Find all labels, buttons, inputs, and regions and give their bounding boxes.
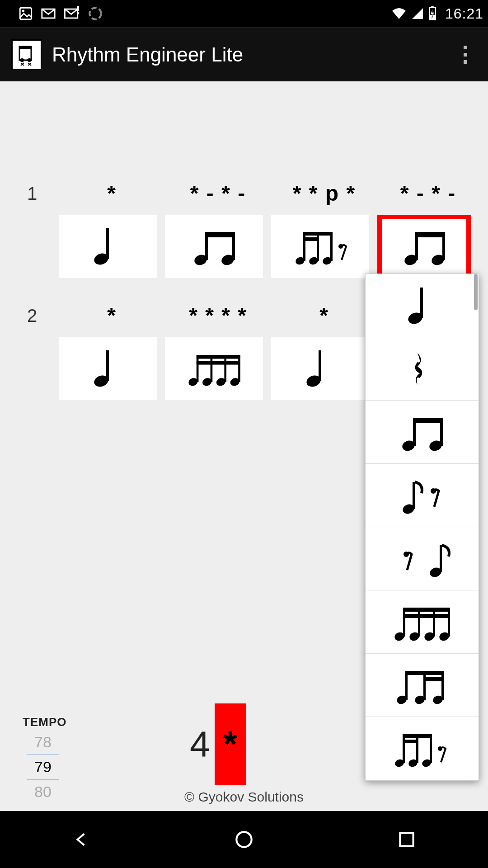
- svg-rect-59: [400, 833, 413, 846]
- back-button[interactable]: [70, 828, 93, 851]
- row-number: 1: [27, 184, 37, 204]
- battery-charging-icon: [428, 6, 437, 21]
- two-eighths-icon: [165, 215, 263, 278]
- note-option-four-sixteenths[interactable]: [366, 590, 479, 654]
- row-number: 2: [27, 306, 37, 326]
- copyright-text: © Gyokov Solutions: [0, 789, 488, 805]
- action-bar: Rhythm Engineer Lite: [0, 27, 488, 81]
- svg-rect-45: [77, 12, 79, 14]
- main-content: 1 * * - * - * * p * * - * -: [0, 81, 488, 811]
- beat-cell-1-1[interactable]: *: [59, 181, 165, 292]
- status-bar: 16:21: [0, 0, 488, 27]
- svg-point-53: [27, 58, 32, 62]
- quarter-note-icon: [271, 337, 369, 400]
- app-icon: [11, 39, 42, 70]
- beat-pattern-label: * - * -: [165, 181, 271, 215]
- home-button[interactable]: [233, 828, 255, 851]
- recent-apps-button[interactable]: [395, 828, 418, 851]
- beat-cell-1-3[interactable]: * * p *: [271, 181, 377, 292]
- four-sixteenths-icon: [165, 337, 263, 400]
- svg-rect-40: [20, 8, 32, 19]
- sync-icon: [88, 6, 103, 21]
- note-option-eighth-rest[interactable]: [366, 464, 479, 527]
- svg-rect-51: [19, 47, 31, 49]
- dropdown-scrollbar[interactable]: [474, 274, 478, 310]
- svg-point-52: [20, 58, 24, 62]
- note-option-quarter[interactable]: [366, 274, 479, 337]
- sixteenth-group-rest-icon: [271, 215, 369, 278]
- cell-icon: [411, 7, 424, 20]
- beat-pattern-label: * - * -: [377, 181, 479, 215]
- gmail-alert-icon: [63, 6, 80, 21]
- tempo-label: TEMPO: [23, 715, 63, 729]
- svg-point-46: [89, 8, 101, 19]
- wifi-icon: [391, 7, 407, 20]
- beat-pattern-label: *: [59, 303, 165, 337]
- note-option-quarter-rest[interactable]: [366, 337, 479, 401]
- image-icon: [18, 6, 33, 21]
- app-title: Rhythm Engineer Lite: [52, 43, 243, 66]
- tempo-prev: 78: [23, 732, 63, 752]
- svg-point-58: [236, 832, 251, 847]
- beat-cell-1-2[interactable]: * - * -: [165, 181, 271, 292]
- svg-rect-48: [431, 6, 433, 8]
- counter-number: 4: [190, 723, 210, 765]
- beat-pattern-label: *: [271, 303, 377, 337]
- beat-pattern-label: *: [59, 181, 165, 215]
- beat-cell-2-3[interactable]: *: [271, 303, 377, 414]
- svg-point-41: [22, 10, 25, 13]
- two-eighths-icon: [377, 215, 471, 278]
- note-option-rest-eighth[interactable]: [366, 527, 479, 590]
- gmail-icon: [41, 6, 56, 21]
- counter-beat-indicator: *: [215, 703, 246, 785]
- beat-counter[interactable]: 4 *: [190, 703, 246, 785]
- quarter-note-icon: [59, 337, 157, 400]
- beat-cell-2-1[interactable]: *: [59, 303, 165, 414]
- nav-bar: [0, 811, 488, 868]
- beat-cell-2-2[interactable]: * * * *: [165, 303, 271, 414]
- quarter-note-icon: [59, 215, 157, 278]
- tempo-current: 79: [27, 754, 59, 780]
- svg-rect-44: [77, 6, 79, 11]
- overflow-menu-button[interactable]: [452, 41, 479, 68]
- beat-pattern-label: * * p *: [271, 181, 377, 215]
- beat-pattern-label: * * * *: [165, 303, 271, 337]
- note-option-two-eighths[interactable]: [366, 401, 479, 464]
- status-time: 16:21: [445, 5, 483, 22]
